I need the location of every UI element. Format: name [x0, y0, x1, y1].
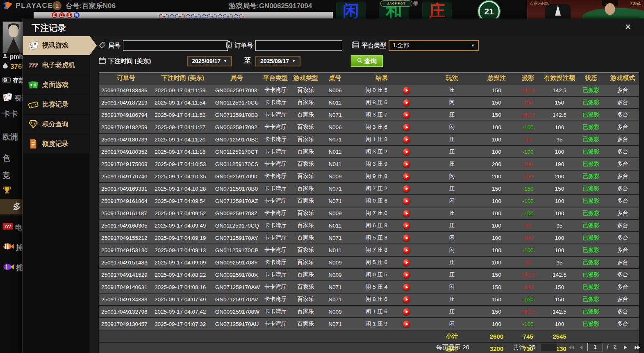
bet-side-cell: 庄	[423, 207, 481, 219]
game-type-cell: 百家乐	[291, 306, 321, 317]
replay-button[interactable]	[403, 148, 410, 155]
replay-button[interactable]	[403, 185, 410, 192]
bet-time-cell: 2025-09-17 04:07:42	[152, 306, 213, 317]
tab-match-records[interactable]: 比赛记录	[23, 95, 90, 114]
live-video[interactable]: 百家乐N06 7254	[527, 0, 644, 19]
bet-side-cell: 庄	[423, 306, 481, 317]
tab-table-games[interactable]: $ 桌面游戏	[23, 75, 90, 94]
order-input[interactable]	[255, 40, 342, 51]
bet-time-cell: 2025-09-17 04:11:20	[152, 134, 213, 145]
table-no-cell: N071	[321, 318, 350, 330]
game-mode-cell: 多台	[607, 134, 639, 145]
page-input[interactable]: 1	[587, 343, 603, 351]
replay-button[interactable]	[403, 210, 410, 217]
replay-button[interactable]	[403, 222, 410, 229]
sidenav-item-se[interactable]: 色	[2, 153, 10, 164]
tab-slots[interactable]: 777 电子老虎机	[23, 56, 90, 75]
table-row: 2509170491707402025-09-17 04:10:35GN0092…	[99, 171, 639, 182]
result-cell: 闲 6 庄 8	[349, 220, 423, 231]
valid-bet-cell: 142.5	[544, 109, 575, 121]
order-id-cell: 250917049130457	[99, 318, 152, 330]
order-id-cell: 250917049153130	[99, 244, 152, 256]
order-id-cell: 250917049187219	[99, 97, 152, 108]
table-number-badge: 1	[52, 1, 61, 10]
table-row: 2509170491304572025-09-17 04:07:32GN0712…	[99, 318, 639, 330]
close-icon[interactable]: ✕	[625, 22, 631, 32]
sidenav-item-multi[interactable]: 多	[0, 199, 24, 214]
tab-label: 比赛记录	[42, 100, 68, 109]
tab-credit-records[interactable]: 额度记录	[23, 134, 90, 153]
valid-bet-cell: 100	[544, 244, 575, 256]
tab-video-games[interactable]: K♥9 视讯游戏	[23, 36, 90, 55]
payout-cell: -100	[512, 207, 544, 219]
bet-time-cell: 2025-09-17 04:09:52	[152, 207, 213, 219]
sidenav-item-europe[interactable]: 欧洲	[2, 132, 18, 142]
platform-cell: 卡卡湾厅	[260, 232, 291, 244]
player-tile[interactable]: 闲	[336, 2, 366, 19]
replay-button[interactable]	[403, 259, 410, 266]
total-bet-cell: 100	[481, 146, 512, 157]
valid-bet-cell: 100	[544, 232, 575, 244]
replay-button[interactable]	[403, 161, 410, 168]
sidenav-item-kaka[interactable]: 卡卡	[2, 109, 18, 119]
replay-button[interactable]	[403, 284, 410, 291]
clownfish-icon	[2, 242, 14, 253]
game-type-cell: 百家乐	[291, 244, 321, 256]
replay-button[interactable]	[403, 173, 410, 180]
banker-bead-icon: 庄	[66, 12, 72, 18]
replay-button[interactable]	[403, 99, 410, 106]
replay-button[interactable]	[403, 247, 410, 254]
first-page-button[interactable]	[568, 344, 574, 351]
search-button[interactable]: 查询	[351, 55, 383, 67]
bet-time-cell: 2025-09-17 04:09:49	[152, 220, 213, 231]
replay-button[interactable]	[403, 296, 410, 303]
date-from-picker[interactable]: 2025/09/17 ▼	[187, 56, 232, 66]
valid-bet-cell: 95	[544, 257, 575, 268]
help-icon[interactable]: ?	[413, 1, 418, 6]
platform-cell: 卡卡湾厅	[260, 84, 291, 96]
status-cell: 已派彩	[575, 195, 607, 207]
replay-button[interactable]	[403, 308, 410, 315]
per-page-select[interactable]	[541, 344, 557, 351]
last-page-button[interactable]	[634, 344, 640, 351]
clipboard-icon	[226, 41, 232, 50]
pagination-bar: 每页显示 20 共计: 25 1 / 2	[90, 342, 644, 353]
replay-button[interactable]	[403, 198, 410, 205]
replay-button[interactable]	[403, 87, 410, 94]
playing-cards-icon: K♥9	[27, 40, 39, 51]
valid-bet-cell: 95	[544, 220, 575, 231]
replay-button[interactable]	[403, 136, 410, 143]
platform-cell: 卡卡湾厅	[260, 121, 291, 133]
result-text: 闲 6 庄 8	[350, 222, 403, 229]
round-id-cell: GN011259170CQ	[213, 220, 260, 231]
platform-select-value: 1.全部	[393, 42, 409, 49]
platform-select[interactable]: 1.全部 ▼	[389, 40, 479, 51]
banker-bead-icon: 庄	[59, 12, 65, 18]
replay-button[interactable]	[403, 235, 410, 241]
next-page-button[interactable]	[624, 344, 627, 351]
game-type-cell: 百家乐	[291, 257, 321, 268]
modal-title: 下注记录	[32, 22, 66, 34]
round-label: 游戏局号:GN00625917094	[229, 1, 312, 11]
replay-button[interactable]	[403, 124, 410, 131]
bet-side-cell: 庄	[423, 158, 481, 170]
replay-button[interactable]	[403, 112, 410, 118]
deposit-button[interactable]: $ 存款	[2, 77, 25, 84]
sidenav-item-jing[interactable]: 竞	[2, 170, 10, 181]
game-mode-cell: 多台	[607, 220, 639, 231]
trophy-icon[interactable]	[2, 186, 11, 194]
replay-button[interactable]	[403, 321, 410, 328]
date-to-picker[interactable]: 2025/09/17 ▼	[255, 56, 300, 66]
avatar[interactable]	[2, 21, 25, 53]
tab-points-query[interactable]: 积分查询	[23, 115, 90, 134]
total-bet-cell: 100	[481, 195, 512, 207]
valid-bet-cell: 150	[544, 281, 575, 293]
status-cell: 已派彩	[575, 121, 607, 133]
round-input[interactable]	[123, 40, 228, 51]
valid-bet-cell: 100	[544, 318, 575, 330]
prev-page-button[interactable]	[579, 344, 583, 351]
dealer-face	[605, 3, 615, 15]
banker-tile[interactable]: 庄	[422, 2, 452, 19]
result-text: 闲 0 庄 5	[350, 87, 403, 94]
replay-button[interactable]	[403, 271, 410, 278]
